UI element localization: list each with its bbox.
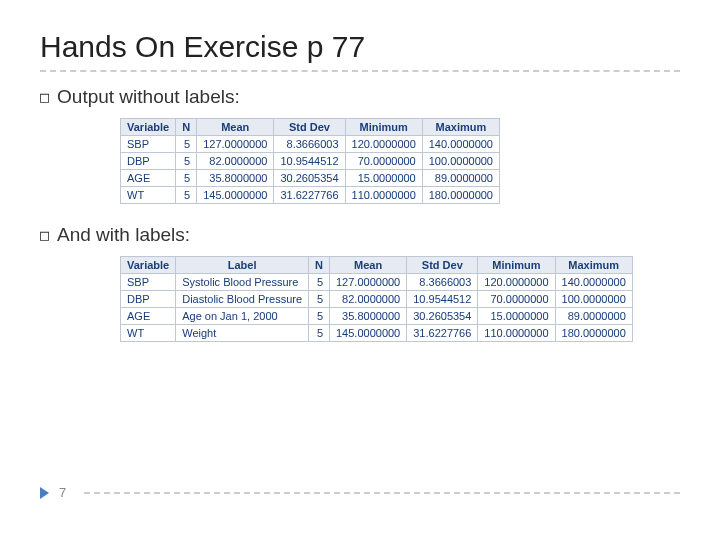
table-row: DBP 5 82.0000000 10.9544512 70.0000000 1… <box>121 153 500 170</box>
col-variable: Variable <box>121 119 176 136</box>
col-min: Minimum <box>478 257 555 274</box>
table-without-labels: Variable N Mean Std Dev Minimum Maximum … <box>120 118 500 204</box>
page-number-wrap: 7 <box>40 485 66 500</box>
col-n: N <box>309 257 330 274</box>
footer-rule <box>84 492 680 494</box>
table-row: SBP Systolic Blood Pressure 5 127.000000… <box>121 274 633 291</box>
col-max: Maximum <box>555 257 632 274</box>
bullet-glyph: □ <box>40 88 49 106</box>
col-min: Minimum <box>345 119 422 136</box>
col-stddev: Std Dev <box>274 119 345 136</box>
table-row: WT 5 145.0000000 31.6227766 110.0000000 … <box>121 187 500 204</box>
col-mean: Mean <box>330 257 407 274</box>
bullet-with-labels: □ And with labels: <box>40 224 680 246</box>
table-row: SBP 5 127.0000000 8.3666003 120.0000000 … <box>121 136 500 153</box>
col-variable: Variable <box>121 257 176 274</box>
triangle-icon <box>40 487 49 499</box>
col-label: Label <box>176 257 309 274</box>
table-with-labels: Variable Label N Mean Std Dev Minimum Ma… <box>120 256 633 342</box>
table-row: WT Weight 5 145.0000000 31.6227766 110.0… <box>121 325 633 342</box>
bullet-glyph: □ <box>40 226 49 244</box>
table-row: AGE Age on Jan 1, 2000 5 35.8000000 30.2… <box>121 308 633 325</box>
bullet-text: Output without labels: <box>57 86 240 108</box>
page-number: 7 <box>59 485 66 500</box>
col-n: N <box>176 119 197 136</box>
table-row: DBP Diastolic Blood Pressure 5 82.000000… <box>121 291 633 308</box>
bullet-text: And with labels: <box>57 224 190 246</box>
table-row: AGE 5 35.8000000 30.2605354 15.0000000 8… <box>121 170 500 187</box>
footer: 7 <box>40 485 680 500</box>
title-rule <box>40 70 680 72</box>
col-max: Maximum <box>422 119 499 136</box>
col-mean: Mean <box>197 119 274 136</box>
bullet-output-without-labels: □ Output without labels: <box>40 86 680 108</box>
col-stddev: Std Dev <box>407 257 478 274</box>
page-title: Hands On Exercise p 77 <box>40 30 680 64</box>
slide: Hands On Exercise p 77 □ Output without … <box>0 0 720 540</box>
